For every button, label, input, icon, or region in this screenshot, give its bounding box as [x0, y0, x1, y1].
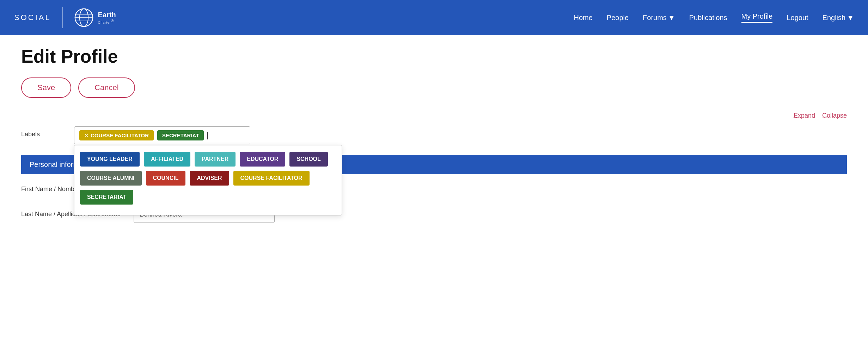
tag-course-facilitator[interactable]: ✕ COURSE FACILITATOR: [79, 130, 154, 140]
navbar: SOCIAL Earth Charter® Home People Forums…: [0, 0, 868, 35]
cancel-button[interactable]: Cancel: [78, 77, 135, 98]
brand-charter: Charter®: [98, 19, 116, 25]
nav-links: Home People Forums ▼ Publications My Pro…: [574, 12, 854, 23]
chevron-down-icon: ▼: [668, 14, 675, 22]
option-partner[interactable]: PARTNER: [195, 152, 236, 167]
option-adviser[interactable]: ADVISER: [190, 171, 229, 186]
action-buttons: Save Cancel: [21, 77, 847, 98]
labels-input[interactable]: ✕ COURSE FACILITATOR SECRETARIAT: [74, 126, 250, 144]
brand-earth: Earth: [98, 11, 116, 19]
labels-row: Labels ✕ COURSE FACILITATOR SECRETARIAT …: [21, 126, 847, 144]
nav-publications[interactable]: Publications: [689, 14, 727, 22]
option-young-leader[interactable]: YOUNG LEADER: [80, 152, 140, 167]
dropdown-row-3: SECRETARIAT: [80, 190, 336, 205]
expand-collapse-row: Expand Collapse: [21, 112, 847, 119]
option-council[interactable]: COUNCIL: [146, 171, 186, 186]
page-title: Edit Profile: [21, 46, 847, 67]
option-educator[interactable]: EDUCATOR: [240, 152, 285, 167]
tag-secretariat[interactable]: SECRETARIAT: [157, 130, 204, 140]
dropdown-row-2: COURSE ALUMNI COUNCIL ADVISER COURSE FAC…: [80, 171, 336, 186]
labels-field-container: ✕ COURSE FACILITATOR SECRETARIAT YOUNG L…: [74, 126, 250, 144]
main-content: Edit Profile Save Cancel Expand Collapse…: [0, 35, 868, 242]
nav-my-profile[interactable]: My Profile: [741, 12, 773, 23]
tag-course-facilitator-label: COURSE FACILITATOR: [91, 132, 149, 138]
social-logo: SOCIAL: [14, 13, 51, 22]
nav-logout[interactable]: Logout: [787, 14, 808, 22]
chevron-down-icon: ▼: [847, 14, 854, 22]
nav-divider: [62, 7, 63, 28]
tag-remove-icon[interactable]: ✕: [84, 133, 88, 138]
text-cursor: [207, 132, 208, 139]
brand-text: Earth Charter®: [98, 11, 116, 25]
labels-dropdown: YOUNG LEADER AFFILIATED PARTNER EDUCATOR…: [74, 145, 342, 215]
collapse-link[interactable]: Collapse: [822, 112, 847, 119]
labels-field-label: Labels: [21, 126, 63, 138]
logo-area: SOCIAL Earth Charter®: [14, 7, 116, 28]
expand-link[interactable]: Expand: [794, 112, 815, 119]
option-affiliated[interactable]: AFFILIATED: [144, 152, 190, 167]
option-course-alumni[interactable]: COURSE ALUMNI: [80, 171, 142, 186]
option-school[interactable]: SCHOOL: [289, 152, 328, 167]
nav-home[interactable]: Home: [574, 14, 592, 22]
globe-icon: [74, 8, 94, 27]
tag-secretariat-label: SECRETARIAT: [162, 132, 199, 138]
option-course-facilitator[interactable]: COURSE FACILITATOR: [233, 171, 310, 186]
nav-forums[interactable]: Forums ▼: [643, 14, 675, 22]
save-button[interactable]: Save: [21, 77, 71, 98]
nav-english[interactable]: English ▼: [823, 14, 854, 22]
option-secretariat[interactable]: SECRETARIAT: [80, 190, 133, 205]
nav-people[interactable]: People: [607, 14, 629, 22]
dropdown-row-1: YOUNG LEADER AFFILIATED PARTNER EDUCATOR…: [80, 152, 336, 167]
